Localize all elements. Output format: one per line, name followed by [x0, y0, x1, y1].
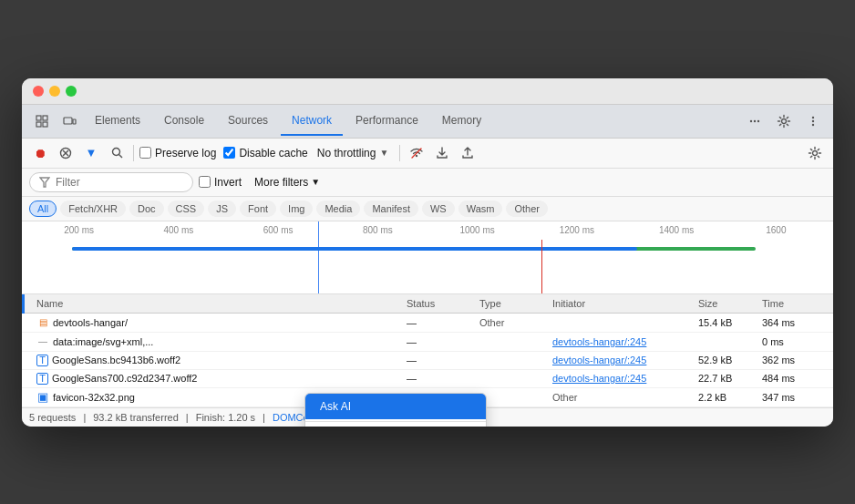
header-size: Size [698, 298, 762, 309]
ctx-ask-ai[interactable]: Ask AI [305, 394, 486, 419]
row-name-3: T GoogleSans700.c92d2347.woff2 [36, 373, 407, 385]
row-size-3: 22.7 kB [698, 373, 762, 384]
header-time: Time [762, 298, 826, 309]
stop-recording-button[interactable]: ⏺ [29, 142, 51, 164]
timeline-load-line [541, 240, 542, 293]
maximize-button[interactable] [66, 86, 77, 97]
timeline-area: 200 ms 400 ms 600 ms 800 ms 1000 ms 1200… [22, 221, 833, 294]
more-options-icon[interactable] [800, 105, 826, 138]
timeline-label-6: 1400 ms [627, 225, 726, 235]
svg-point-20 [813, 150, 818, 155]
type-filter-all[interactable]: All [29, 201, 57, 217]
disable-cache-checkbox[interactable] [223, 147, 235, 159]
font-icon-3: T [36, 373, 48, 385]
tab-network[interactable]: Network [281, 107, 343, 136]
font-icon-2: T [36, 355, 48, 366]
filter-toggle-button[interactable]: ▼ [80, 142, 102, 164]
table-row[interactable]: T GoogleSans.bc9413b6.woff2 — devtools-h… [22, 352, 833, 370]
type-filter-font[interactable]: Font [240, 201, 276, 217]
table-row[interactable]: ▤ devtools-hangar/ — Other 15.4 kB 364 m… [22, 314, 833, 333]
type-filter-doc[interactable]: Doc [129, 201, 164, 217]
type-filter-css[interactable]: CSS [168, 201, 205, 217]
settings-icon[interactable] [771, 105, 797, 138]
import-icon[interactable] [457, 142, 479, 164]
status-transferred: 93.2 kB transferred [93, 412, 179, 423]
invert-label[interactable]: Invert [199, 176, 242, 189]
type-filter-img[interactable]: Img [280, 201, 313, 217]
export-icon[interactable] [431, 142, 453, 164]
table-header: Name Status Type Initiator Size Time [22, 294, 833, 314]
img-icon-4: ▣ [36, 391, 49, 404]
svg-line-17 [118, 155, 122, 159]
clear-button[interactable] [55, 142, 77, 164]
minimize-button[interactable] [49, 86, 60, 97]
throttle-chevron-icon: ▼ [379, 148, 388, 158]
row-initiator-1[interactable]: devtools-hangar/:245 [552, 336, 698, 347]
throttle-select[interactable]: No throttling ▼ [312, 145, 395, 161]
row-size-4: 2.2 kB [698, 392, 762, 403]
type-filter-js[interactable]: JS [208, 201, 236, 217]
device-toolbar-icon[interactable] [57, 105, 82, 138]
type-filter-wasm[interactable]: Wasm [458, 201, 503, 217]
ctx-open-sources[interactable]: Open in Sources panel [305, 424, 486, 427]
row-size-0: 15.4 kB [698, 317, 762, 328]
more-filters-button[interactable]: More filters ▼ [247, 173, 327, 191]
svg-point-7 [754, 119, 756, 121]
tab-memory[interactable]: Memory [431, 107, 492, 136]
tab-performance[interactable]: Performance [345, 107, 429, 136]
svg-point-16 [112, 149, 119, 156]
type-filter-ws[interactable]: WS [422, 201, 455, 217]
invert-checkbox[interactable] [199, 176, 211, 188]
status-finish: Finish: 1.20 s [196, 412, 255, 423]
filter-input[interactable] [56, 176, 174, 189]
type-filter-media[interactable]: Media [316, 201, 360, 217]
html-icon-0: ▤ [36, 316, 49, 329]
type-filter-other[interactable]: Other [506, 201, 548, 217]
svg-rect-1 [43, 116, 47, 120]
svg-icon-1: — [36, 335, 49, 348]
disable-cache-checkbox-label[interactable]: Disable cache [223, 147, 307, 159]
network-settings-icon[interactable] [804, 142, 826, 164]
preserve-log-checkbox-label[interactable]: Preserve log [139, 147, 216, 159]
timeline-label-1: 400 ms [129, 225, 228, 235]
filter-input-wrap [29, 172, 193, 192]
timeline-label-3: 800 ms [328, 225, 428, 235]
ctx-separator-1 [305, 421, 486, 422]
header-initiator: Initiator [552, 298, 698, 309]
row-initiator-2[interactable]: devtools-hangar/:245 [552, 355, 698, 365]
filter-bar: Invert More filters ▼ [22, 169, 833, 197]
toolbar-divider-2 [399, 145, 400, 161]
row-initiator-3[interactable]: devtools-hangar/:245 [552, 373, 698, 384]
svg-point-8 [757, 119, 759, 121]
timeline-label-5: 1200 ms [527, 225, 626, 235]
inspect-element-icon[interactable] [29, 105, 55, 138]
tab-console[interactable]: Console [153, 107, 215, 136]
svg-rect-5 [73, 119, 76, 124]
type-filter-manifest[interactable]: Manifest [364, 201, 418, 217]
close-button[interactable] [33, 86, 44, 97]
network-table-container: Name Status Type Initiator Size Time ▤ d… [22, 294, 833, 407]
filter-icon [39, 177, 50, 188]
svg-point-10 [812, 116, 814, 118]
network-toolbar: ⏺ ▼ Preserve log Disable cache No thrott… [22, 139, 833, 169]
table-row[interactable]: T GoogleSans700.c92d2347.woff2 — devtool… [22, 370, 833, 388]
tab-elements[interactable]: Elements [84, 107, 151, 136]
timeline-domcontent-line [318, 221, 319, 293]
search-button[interactable] [106, 142, 128, 164]
preserve-log-checkbox[interactable] [139, 147, 151, 159]
svg-rect-4 [64, 118, 72, 124]
row-status-0: — [407, 317, 479, 328]
timeline-label-4: 1000 ms [428, 225, 527, 235]
timeline-bar-blue [72, 247, 637, 251]
type-filter-fetch-xhr[interactable]: Fetch/XHR [60, 201, 126, 217]
wifi-icon[interactable] [406, 142, 428, 164]
table-row[interactable]: — data:image/svg+xml,... — devtools-hang… [22, 333, 833, 352]
svg-marker-21 [40, 178, 49, 187]
more-tabs-icon[interactable] [742, 105, 767, 138]
row-time-4: 347 ms [762, 392, 826, 403]
tab-sources[interactable]: Sources [217, 107, 279, 136]
row-time-2: 362 ms [762, 355, 826, 365]
tabs-right-icons [742, 105, 826, 138]
row-time-1: 0 ms [762, 336, 826, 347]
svg-point-9 [782, 118, 787, 123]
